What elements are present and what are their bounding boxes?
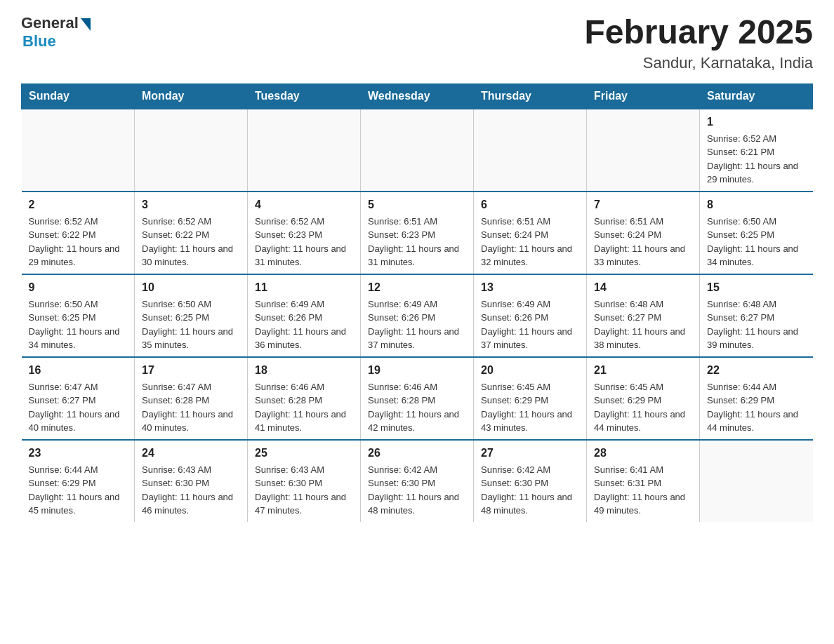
calendar-week-5: 23Sunrise: 6:44 AM Sunset: 6:29 PM Dayli… [22, 440, 813, 522]
title-section: February 2025 Sandur, Karnataka, India [584, 14, 813, 72]
weekday-header-tuesday: Tuesday [248, 83, 361, 109]
calendar-cell: 7Sunrise: 6:51 AM Sunset: 6:24 PM Daylig… [587, 192, 700, 274]
day-number: 3 [142, 196, 240, 213]
day-info: Sunrise: 6:45 AM Sunset: 6:29 PM Dayligh… [481, 380, 579, 435]
calendar-cell [248, 109, 361, 192]
day-number: 7 [594, 196, 692, 213]
calendar-cell: 4Sunrise: 6:52 AM Sunset: 6:23 PM Daylig… [248, 192, 361, 274]
calendar-week-4: 16Sunrise: 6:47 AM Sunset: 6:27 PM Dayli… [22, 357, 813, 440]
calendar-week-2: 2Sunrise: 6:52 AM Sunset: 6:22 PM Daylig… [22, 192, 813, 274]
day-number: 17 [142, 362, 240, 379]
day-number: 2 [29, 196, 128, 213]
day-number: 28 [594, 445, 692, 462]
calendar-cell: 17Sunrise: 6:47 AM Sunset: 6:28 PM Dayli… [135, 357, 248, 440]
calendar-cell: 13Sunrise: 6:49 AM Sunset: 6:26 PM Dayli… [474, 274, 587, 357]
day-number: 8 [707, 196, 806, 213]
weekday-header-wednesday: Wednesday [361, 83, 474, 109]
logo-blue-text: Blue [22, 32, 56, 51]
calendar-cell: 8Sunrise: 6:50 AM Sunset: 6:25 PM Daylig… [700, 192, 813, 274]
day-info: Sunrise: 6:48 AM Sunset: 6:27 PM Dayligh… [594, 297, 692, 352]
calendar-cell: 20Sunrise: 6:45 AM Sunset: 6:29 PM Dayli… [474, 357, 587, 440]
weekday-header-row: SundayMondayTuesdayWednesdayThursdayFrid… [22, 83, 813, 109]
logo-arrow-icon [81, 18, 91, 31]
day-number: 20 [481, 362, 579, 379]
logo: General Blue [21, 14, 91, 51]
calendar-cell: 2Sunrise: 6:52 AM Sunset: 6:22 PM Daylig… [22, 192, 135, 274]
day-info: Sunrise: 6:45 AM Sunset: 6:29 PM Dayligh… [594, 380, 692, 435]
calendar-cell [700, 440, 813, 522]
calendar-table: SundayMondayTuesdayWednesdayThursdayFrid… [21, 83, 813, 522]
day-info: Sunrise: 6:49 AM Sunset: 6:26 PM Dayligh… [255, 297, 353, 352]
calendar-cell: 18Sunrise: 6:46 AM Sunset: 6:28 PM Dayli… [248, 357, 361, 440]
calendar-cell: 23Sunrise: 6:44 AM Sunset: 6:29 PM Dayli… [22, 440, 135, 522]
day-info: Sunrise: 6:48 AM Sunset: 6:27 PM Dayligh… [707, 297, 806, 352]
day-number: 25 [255, 445, 353, 462]
calendar-week-3: 9Sunrise: 6:50 AM Sunset: 6:25 PM Daylig… [22, 274, 813, 357]
calendar-cell [474, 109, 587, 192]
day-info: Sunrise: 6:42 AM Sunset: 6:30 PM Dayligh… [368, 463, 466, 518]
day-info: Sunrise: 6:44 AM Sunset: 6:29 PM Dayligh… [29, 463, 128, 518]
calendar-week-1: 1Sunrise: 6:52 AM Sunset: 6:21 PM Daylig… [22, 109, 813, 192]
calendar-cell: 12Sunrise: 6:49 AM Sunset: 6:26 PM Dayli… [361, 274, 474, 357]
calendar-cell [22, 109, 135, 192]
day-number: 21 [594, 362, 692, 379]
page-header: General Blue February 2025 Sandur, Karna… [21, 14, 813, 72]
day-info: Sunrise: 6:42 AM Sunset: 6:30 PM Dayligh… [481, 463, 579, 518]
day-number: 19 [368, 362, 466, 379]
day-info: Sunrise: 6:46 AM Sunset: 6:28 PM Dayligh… [255, 380, 353, 435]
weekday-header-friday: Friday [587, 83, 700, 109]
calendar-cell: 15Sunrise: 6:48 AM Sunset: 6:27 PM Dayli… [700, 274, 813, 357]
day-info: Sunrise: 6:51 AM Sunset: 6:24 PM Dayligh… [481, 215, 579, 269]
calendar-cell: 25Sunrise: 6:43 AM Sunset: 6:30 PM Dayli… [248, 440, 361, 522]
day-number: 26 [368, 445, 466, 462]
calendar-subtitle: Sandur, Karnataka, India [584, 54, 813, 72]
day-info: Sunrise: 6:50 AM Sunset: 6:25 PM Dayligh… [29, 297, 128, 352]
calendar-cell: 11Sunrise: 6:49 AM Sunset: 6:26 PM Dayli… [248, 274, 361, 357]
logo-general-text: General [21, 14, 79, 32]
day-number: 23 [29, 445, 128, 462]
day-number: 1 [707, 114, 806, 130]
day-number: 10 [142, 279, 240, 296]
calendar-cell: 16Sunrise: 6:47 AM Sunset: 6:27 PM Dayli… [22, 357, 135, 440]
calendar-cell: 21Sunrise: 6:45 AM Sunset: 6:29 PM Dayli… [587, 357, 700, 440]
day-number: 15 [707, 279, 806, 296]
calendar-cell: 27Sunrise: 6:42 AM Sunset: 6:30 PM Dayli… [474, 440, 587, 522]
day-number: 22 [707, 362, 806, 379]
day-info: Sunrise: 6:43 AM Sunset: 6:30 PM Dayligh… [142, 463, 240, 518]
calendar-cell: 10Sunrise: 6:50 AM Sunset: 6:25 PM Dayli… [135, 274, 248, 357]
day-number: 9 [29, 279, 128, 296]
weekday-header-saturday: Saturday [700, 83, 813, 109]
calendar-cell: 9Sunrise: 6:50 AM Sunset: 6:25 PM Daylig… [22, 274, 135, 357]
day-number: 13 [481, 279, 579, 296]
calendar-cell: 5Sunrise: 6:51 AM Sunset: 6:23 PM Daylig… [361, 192, 474, 274]
day-info: Sunrise: 6:49 AM Sunset: 6:26 PM Dayligh… [368, 297, 466, 352]
day-info: Sunrise: 6:52 AM Sunset: 6:22 PM Dayligh… [29, 215, 128, 269]
weekday-header-sunday: Sunday [22, 83, 135, 109]
day-info: Sunrise: 6:41 AM Sunset: 6:31 PM Dayligh… [594, 463, 692, 518]
day-info: Sunrise: 6:52 AM Sunset: 6:21 PM Dayligh… [707, 132, 806, 187]
calendar-title: February 2025 [584, 14, 813, 51]
calendar-cell: 22Sunrise: 6:44 AM Sunset: 6:29 PM Dayli… [700, 357, 813, 440]
calendar-cell: 24Sunrise: 6:43 AM Sunset: 6:30 PM Dayli… [135, 440, 248, 522]
day-info: Sunrise: 6:44 AM Sunset: 6:29 PM Dayligh… [707, 380, 806, 435]
day-info: Sunrise: 6:49 AM Sunset: 6:26 PM Dayligh… [481, 297, 579, 352]
calendar-cell: 28Sunrise: 6:41 AM Sunset: 6:31 PM Dayli… [587, 440, 700, 522]
day-info: Sunrise: 6:46 AM Sunset: 6:28 PM Dayligh… [368, 380, 466, 435]
day-number: 5 [368, 196, 466, 213]
day-number: 4 [255, 196, 353, 213]
day-info: Sunrise: 6:52 AM Sunset: 6:23 PM Dayligh… [255, 215, 353, 269]
day-info: Sunrise: 6:50 AM Sunset: 6:25 PM Dayligh… [707, 215, 806, 269]
day-info: Sunrise: 6:47 AM Sunset: 6:27 PM Dayligh… [29, 380, 128, 435]
day-number: 27 [481, 445, 579, 462]
day-number: 24 [142, 445, 240, 462]
day-number: 18 [255, 362, 353, 379]
day-info: Sunrise: 6:50 AM Sunset: 6:25 PM Dayligh… [142, 297, 240, 352]
calendar-cell [135, 109, 248, 192]
calendar-cell: 6Sunrise: 6:51 AM Sunset: 6:24 PM Daylig… [474, 192, 587, 274]
day-info: Sunrise: 6:47 AM Sunset: 6:28 PM Dayligh… [142, 380, 240, 435]
day-info: Sunrise: 6:43 AM Sunset: 6:30 PM Dayligh… [255, 463, 353, 518]
day-number: 14 [594, 279, 692, 296]
day-number: 6 [481, 196, 579, 213]
day-info: Sunrise: 6:51 AM Sunset: 6:24 PM Dayligh… [594, 215, 692, 269]
day-number: 12 [368, 279, 466, 296]
